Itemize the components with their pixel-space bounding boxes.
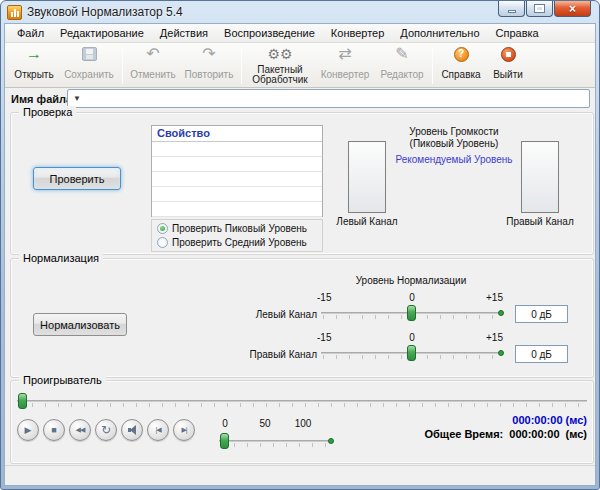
window-title: Звуковой Нормализатор 5.4 xyxy=(27,5,183,19)
total-time-value: 000:00:00 xyxy=(509,428,559,440)
volume-button[interactable] xyxy=(121,419,143,441)
slider-track xyxy=(219,440,333,442)
menu-converter[interactable]: Конвертер xyxy=(323,25,392,41)
recommended-level-link[interactable]: Рекомендуемый Уровень xyxy=(389,154,519,166)
minimize-icon xyxy=(508,10,516,13)
close-button[interactable]: × xyxy=(554,1,591,17)
repeat-icon: ↻ xyxy=(101,424,111,436)
table-row xyxy=(152,187,322,202)
check-group-title: Проверка xyxy=(19,106,76,118)
scale-max-label: +15 xyxy=(473,292,503,303)
play-icon: ▶ xyxy=(25,426,32,435)
table-row xyxy=(152,157,322,172)
slider-track xyxy=(17,400,587,402)
right-channel-label: Правый Канал xyxy=(239,349,317,360)
open-icon: → xyxy=(26,45,42,63)
toolbar-editor-button[interactable]: ✎ Редактор xyxy=(377,45,427,86)
menu-edit[interactable]: Редактирование xyxy=(52,25,152,41)
property-table[interactable]: Свойство xyxy=(151,125,323,217)
toolbar: → Открыть Сохранить ↶ Отменить ↷ Повтори… xyxy=(5,43,595,88)
total-time: Общее Время: 000:00:00 (мс) xyxy=(422,428,588,440)
menu-playback[interactable]: Воспроизведение xyxy=(216,25,323,41)
menubar: Файл Редактирование Действия Воспроизвед… xyxy=(5,24,595,43)
editor-icon: ✎ xyxy=(395,45,408,63)
current-time: 000:00:00 (мс) xyxy=(512,414,587,426)
toolbar-converter-button[interactable]: ⇄ Конвертер xyxy=(317,45,373,86)
left-channel-label: Левый Канал xyxy=(329,216,405,227)
seek-slider[interactable] xyxy=(17,393,587,409)
radio-label: Проверить Средний Уровень xyxy=(172,237,307,248)
seek-thumb[interactable] xyxy=(18,393,27,409)
previous-button[interactable]: |◀ xyxy=(147,419,169,441)
stop-icon: ■ xyxy=(51,426,56,435)
menu-extra[interactable]: Дополнительно xyxy=(392,25,487,41)
toolbar-separator xyxy=(241,47,242,84)
stop-button[interactable]: ■ xyxy=(43,419,65,441)
batch-processor-icon: ⚙⚙ xyxy=(267,45,292,63)
left-normalize-slider[interactable] xyxy=(321,305,503,321)
total-time-label: Общее Время: xyxy=(425,428,504,440)
scale-mid-label: 0 xyxy=(402,332,422,343)
normalization-level-title: Уровень Нормализации xyxy=(331,275,491,286)
radio-label: Проверить Пиковый Уровень xyxy=(172,223,307,234)
toolbar-save-button[interactable]: Сохранить xyxy=(61,45,117,86)
toolbar-separator xyxy=(122,47,123,84)
toolbar-redo-button[interactable]: ↷ Повторить xyxy=(182,45,236,86)
close-icon: × xyxy=(569,2,576,16)
volume-level-title: Уровень Громкости (Пиковый Уровень) xyxy=(389,126,519,150)
volume-scale-100: 100 xyxy=(291,418,315,429)
toolbar-exit-button[interactable]: Выйти xyxy=(488,45,528,86)
current-time-unit: (мс) xyxy=(566,414,587,426)
converter-icon: ⇄ xyxy=(338,45,351,63)
player-group-title: Проигрыватель xyxy=(19,374,106,386)
filename-combobox[interactable]: ▼ xyxy=(67,89,590,108)
current-time-value: 000:00:00 xyxy=(512,414,562,426)
scale-min-label: -15 xyxy=(317,332,347,343)
check-group: Проверка Проверить Свойство Проверить Пи… xyxy=(10,112,594,255)
slider-thumb[interactable] xyxy=(407,345,416,361)
titlebar[interactable]: Звуковой Нормализатор 5.4 × xyxy=(1,1,599,23)
radio-unselected-icon xyxy=(157,237,168,248)
volume-thumb[interactable] xyxy=(220,433,229,449)
table-row xyxy=(152,202,322,217)
player-group: Проигрыватель ▶ ■ ◀◀ ↻ |◀ ▶| 0 50 100 xyxy=(10,380,594,464)
slider-end-dot xyxy=(498,350,504,356)
normalize-button[interactable]: Нормализовать xyxy=(33,313,127,336)
maximize-button[interactable] xyxy=(526,1,553,17)
toolbar-undo-button[interactable]: ↶ Отменить xyxy=(128,45,178,86)
volume-slider[interactable] xyxy=(219,433,333,449)
window-controls: × xyxy=(497,1,591,17)
repeat-button[interactable]: ↻ xyxy=(95,419,117,441)
play-button[interactable]: ▶ xyxy=(17,419,39,441)
toolbar-batch-processor-button[interactable]: ⚙⚙ Пакетный Обработчик xyxy=(247,45,313,86)
help-icon: ? xyxy=(454,47,469,62)
rewind-button[interactable]: ◀◀ xyxy=(69,419,91,441)
left-db-value[interactable]: 0 дБ xyxy=(515,305,568,323)
slider-thumb[interactable] xyxy=(407,305,416,321)
menu-file[interactable]: Файл xyxy=(9,25,52,41)
total-time-unit: (мс) xyxy=(566,428,587,440)
app-icon xyxy=(7,5,22,20)
previous-icon: |◀ xyxy=(155,426,160,434)
chevron-down-icon[interactable]: ▼ xyxy=(73,94,81,103)
speaker-icon xyxy=(127,425,138,435)
minimize-button[interactable] xyxy=(498,1,525,17)
save-icon xyxy=(82,47,97,61)
left-channel-label: Левый Канал xyxy=(239,309,317,320)
next-button[interactable]: ▶| xyxy=(173,419,195,441)
client-area: Файл Редактирование Действия Воспроизвед… xyxy=(4,23,596,486)
toolbar-open-button[interactable]: → Открыть xyxy=(11,45,57,86)
right-db-value[interactable]: 0 дБ xyxy=(515,345,568,363)
volume-scale-0: 0 xyxy=(217,418,233,429)
toolbar-help-button[interactable]: ? Справка xyxy=(438,45,484,86)
right-level-meter xyxy=(521,141,559,213)
property-table-header: Свойство xyxy=(152,126,322,142)
scale-min-label: -15 xyxy=(317,292,347,303)
menu-help[interactable]: Справка xyxy=(488,25,547,41)
check-button[interactable]: Проверить xyxy=(33,167,121,190)
menu-actions[interactable]: Действия xyxy=(152,25,216,41)
radio-check-peak-level[interactable]: Проверить Пиковый Уровень xyxy=(157,223,317,234)
right-normalize-slider[interactable] xyxy=(321,345,503,361)
radio-check-average-level[interactable]: Проверить Средний Уровень xyxy=(157,237,317,248)
scale-max-label: +15 xyxy=(473,332,503,343)
